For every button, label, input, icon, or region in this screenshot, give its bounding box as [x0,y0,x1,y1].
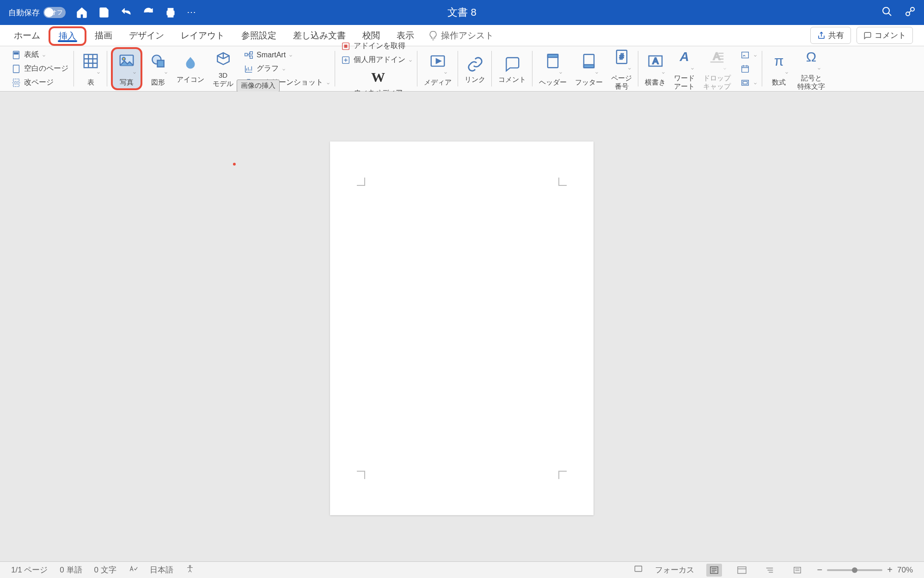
margin-mark [558,471,567,479]
svg-rect-13 [250,51,253,54]
smartart-button[interactable]: SmartArt⌵ [242,49,331,61]
undo-icon[interactable]: ⌵ [120,6,132,18]
svg-rect-38 [794,567,800,573]
tab-references[interactable]: 参照設定 [233,25,285,46]
equation-button[interactable]: π ⌵ 数式 [766,50,792,87]
focus-label[interactable]: フォーカス [655,565,694,575]
tab-insert[interactable]: 挿入 [49,26,86,46]
page-number-button[interactable]: # ⌵ ページ 番号 [608,46,635,92]
status-bar: 1/1 ページ 0 単語 0 文字 日本語 フォーカス − + 70% [0,561,924,578]
annotation-dot [233,163,236,166]
more-icon[interactable]: ⋯ [187,6,199,18]
zoom-level[interactable]: 70% [897,566,913,575]
table-button[interactable]: ⌵ 表 [78,50,104,87]
web-layout-view[interactable] [734,564,750,577]
focus-icon[interactable] [634,564,643,576]
textbox-button[interactable]: A ⌵ 横書き [642,50,668,87]
title-bar: 自動保存 オフ ⌵ ⋯ 文書 8 [0,0,924,25]
group-illustrations: ⌵ 写真 ⌵ 図形 アイコン 3D モデル SmartArt⌵ グラフ⌵ スクリ… [107,46,335,91]
group-header-footer: ⌵ ヘッダー ⌵ フッター # ⌵ ページ 番号 [532,46,638,91]
media-button[interactable]: ⌵ メディア [421,50,454,87]
svg-rect-6 [13,65,19,73]
pictures-tooltip: 画像の挿入 [237,80,280,92]
margin-mark [357,471,365,479]
group-media: ⌵ メディア [417,46,458,91]
object-button[interactable]: ⌵ [738,77,759,89]
group-text: A ⌵ 横書き A ⌵ ワード アート A ⌵ ドロップ キャップ ⌵ ⌵ [638,46,762,91]
tab-layout[interactable]: レイアウト [172,25,233,46]
symbol-button[interactable]: Ω ⌵ 記号と 特殊文字 [795,46,828,92]
autosave-toggle[interactable]: オフ [43,7,66,18]
footer-button[interactable]: ⌵ フッター [572,50,606,87]
svg-point-3 [906,12,910,16]
zoom-slider[interactable] [827,569,882,571]
svg-point-1 [883,7,889,14]
svg-point-2 [911,7,914,11]
link-button[interactable]: リンク [462,53,488,85]
ribbon: 表紙⌵ 空白のページ 改ページ ⌵ 表 ⌵ 写真 ⌵ 図形 [0,46,924,92]
document-title: 文書 8 [447,6,476,19]
ribbon-tabs: ホーム 挿入 描画 デザイン レイアウト 参照設定 差し込み文書 校閲 表示 操… [0,25,924,46]
char-count[interactable]: 0 文字 [94,565,116,575]
page-break-button[interactable]: 改ページ [9,77,70,89]
svg-rect-24 [584,65,594,68]
collapse-ribbon-icon[interactable] [905,6,916,19]
svg-rect-18 [344,45,347,48]
draft-view[interactable] [789,564,805,577]
signature-button[interactable]: ⌵ [738,49,759,61]
svg-rect-0 [167,11,174,15]
shapes-button[interactable]: ⌵ 図形 [145,50,171,87]
svg-text:A: A [652,56,658,66]
pictures-button[interactable]: ⌵ 写真 [114,50,140,87]
svg-rect-30 [742,52,749,58]
tab-draw[interactable]: 描画 [86,25,121,46]
get-addins-button[interactable]: アドインを取得 [339,40,414,52]
autosave-control[interactable]: 自動保存 オフ [8,7,66,18]
chart-button[interactable]: グラフ⌵ [242,63,331,75]
group-pages: 表紙⌵ 空白のページ 改ページ [6,46,74,91]
word-count[interactable]: 0 単語 [60,565,82,575]
comment-button[interactable]: コメント [496,53,529,85]
share-button[interactable]: 共有 [810,27,851,44]
my-addins-button[interactable]: 個人用アドイン⌵ [339,54,414,66]
outline-view[interactable] [762,564,777,577]
document-page[interactable] [330,141,594,515]
margin-mark [558,178,567,186]
group-comments: コメント [492,46,532,91]
svg-rect-31 [742,66,749,72]
svg-rect-14 [250,55,253,58]
print-layout-view[interactable] [706,564,722,577]
redo-icon[interactable] [142,6,154,18]
svg-rect-12 [245,53,248,56]
date-button[interactable] [738,63,759,75]
page-count[interactable]: 1/1 ページ [11,565,48,575]
document-canvas[interactable] [0,92,924,561]
search-icon[interactable] [881,6,893,19]
language[interactable]: 日本語 [150,565,173,575]
margin-mark [357,178,365,186]
tab-design[interactable]: デザイン [121,25,172,46]
group-tables: ⌵ 表 [74,46,107,91]
print-icon[interactable] [165,6,177,18]
3d-models-button[interactable]: 3D モデル [210,49,236,89]
group-symbols: π ⌵ 数式 Ω ⌵ 記号と 特殊文字 [762,46,832,91]
icons-button[interactable]: アイコン [174,53,207,85]
header-button[interactable]: ⌵ ヘッダー [536,50,569,87]
svg-rect-7 [84,55,98,68]
accessibility-icon[interactable] [185,564,195,576]
dropcap-button[interactable]: A ⌵ ドロップ キャップ [700,46,734,92]
spellcheck-icon[interactable] [129,564,138,576]
group-addins: アドインを取得 個人用アドイン⌵ W ウィキペディア [335,46,417,91]
comments-button[interactable]: コメント [857,27,913,44]
blank-page-button[interactable]: 空白のページ [9,63,70,75]
svg-rect-5 [14,52,18,54]
zoom-out-button[interactable]: − [817,565,823,575]
save-icon[interactable] [98,6,110,18]
home-icon[interactable] [76,6,88,18]
zoom-in-button[interactable]: + [887,565,893,575]
svg-rect-37 [738,566,746,573]
tell-me[interactable]: 操作アシスト [428,30,494,42]
cover-page-button[interactable]: 表紙⌵ [9,49,70,61]
wordart-button[interactable]: A ⌵ ワード アート [671,46,698,92]
tab-home[interactable]: ホーム [6,25,49,46]
